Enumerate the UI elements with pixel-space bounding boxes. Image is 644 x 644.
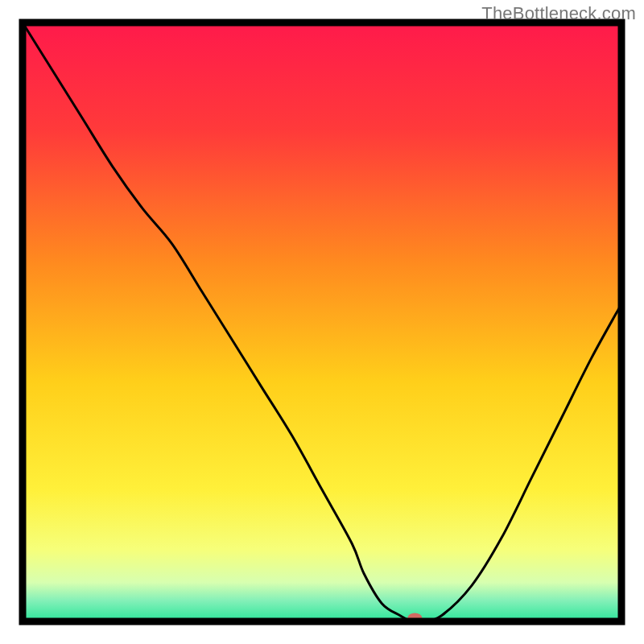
watermark-text: TheBottleneck.com — [481, 3, 636, 24]
plot-background — [23, 23, 621, 621]
chart-container: TheBottleneck.com — [0, 0, 644, 644]
bottleneck-chart — [0, 0, 644, 644]
